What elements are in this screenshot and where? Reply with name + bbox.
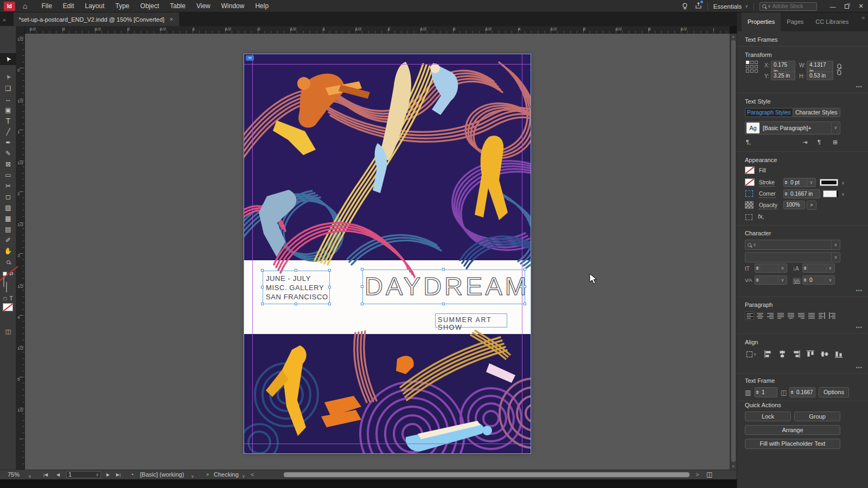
chevron-down-icon[interactable]: ∨ xyxy=(778,264,787,272)
font-size-stepper[interactable]: ∨ xyxy=(755,264,787,273)
double-chevron-icon[interactable]: » xyxy=(861,15,865,21)
align-objects-left-button[interactable] xyxy=(763,350,773,358)
note-tool[interactable]: ▤ xyxy=(0,224,16,235)
info-text-frame[interactable]: JUNE - JULY MISC. GALLERY SAN FRANCISCO xyxy=(263,271,330,304)
stepper-arrows[interactable] xyxy=(784,178,789,187)
home-icon[interactable]: ⌂ xyxy=(23,2,27,10)
fx-icon[interactable]: fx, xyxy=(758,213,764,220)
corner-size-stepper[interactable]: 0.1667 in xyxy=(783,189,820,198)
selection-handle[interactable] xyxy=(524,268,526,271)
align-to-dropdown[interactable]: ∨ xyxy=(745,350,758,358)
paragraph-mark-icon[interactable]: ¶, xyxy=(746,139,751,145)
menu-view[interactable]: View xyxy=(191,0,216,12)
vertical-scroll-thumb[interactable] xyxy=(731,40,736,462)
align-objects-right-button[interactable] xyxy=(792,350,801,358)
stroke-label[interactable]: Stroke xyxy=(759,179,775,187)
page-tool[interactable]: ❑ xyxy=(0,83,16,94)
stepper-arrows[interactable] xyxy=(803,264,808,272)
next-page-button[interactable]: ▶ xyxy=(106,471,110,478)
arrange-button[interactable]: Arrange xyxy=(745,425,840,435)
opacity-value-field[interactable]: 100% xyxy=(783,201,805,209)
pen-tool[interactable]: ✒ xyxy=(0,137,16,148)
double-chevron-icon[interactable]: » xyxy=(3,17,6,23)
apply-none-button[interactable] xyxy=(3,303,13,311)
view-options-button[interactable] xyxy=(0,315,16,326)
zoom-tool[interactable] xyxy=(0,256,16,267)
stepper-arrows[interactable] xyxy=(755,264,760,272)
selection-handle[interactable] xyxy=(261,303,264,305)
menu-object[interactable]: Object xyxy=(135,0,165,12)
content-collector-tool[interactable]: ▣ xyxy=(0,105,16,115)
postcard-page[interactable]: ∞ JUNE - JULY MISC. GALLERY SAN FRANCISC… xyxy=(244,54,531,453)
lock-button[interactable]: Lock xyxy=(745,412,791,421)
justify-right-button[interactable] xyxy=(796,311,806,320)
line-tool[interactable]: ╱ xyxy=(0,126,16,137)
stepper-arrows[interactable] xyxy=(784,190,789,198)
constrain-proportions-icon[interactable] xyxy=(836,63,843,75)
columns-stepper[interactable]: 1 xyxy=(755,387,777,397)
vertical-ruler[interactable]: 1/2 0 1/2 1 1/2 2 1/2 3 1/2 4 1/2 5 1/2 xyxy=(16,34,25,470)
align-objects-hcenter-button[interactable] xyxy=(777,350,787,358)
chevron-down-icon[interactable]: ∨ xyxy=(745,4,748,9)
selection-handle[interactable] xyxy=(361,268,363,271)
text-out-port[interactable] xyxy=(520,285,522,288)
selection-handle[interactable] xyxy=(261,286,264,288)
tab-pages[interactable]: Pages xyxy=(781,12,809,31)
gradient-feather-tool[interactable]: ▩ xyxy=(0,213,16,224)
last-page-button[interactable]: ▶| xyxy=(116,471,120,478)
scroll-right-icon[interactable]: > xyxy=(695,471,699,478)
stroke-color-swatch[interactable] xyxy=(745,178,755,186)
reference-point-grid[interactable] xyxy=(746,61,758,73)
selection-handle[interactable] xyxy=(328,303,331,305)
pencil-tool[interactable]: ✎ xyxy=(0,148,16,159)
corner-label[interactable]: Corner xyxy=(759,191,776,198)
align-left-button[interactable] xyxy=(745,311,754,320)
stock-search[interactable]: ∨ xyxy=(760,2,817,11)
fill-swatch[interactable] xyxy=(3,277,4,287)
rectangle-tool[interactable]: ▭ xyxy=(0,170,16,181)
chevron-down-icon[interactable]: ∨ xyxy=(841,181,845,185)
stepper-arrows[interactable] xyxy=(803,276,808,284)
menu-window[interactable]: Window xyxy=(216,0,250,12)
margin-guide-left[interactable] xyxy=(252,54,253,453)
link-badge-icon[interactable]: ∞ xyxy=(246,55,254,61)
selection-handle[interactable] xyxy=(524,285,526,288)
document-canvas[interactable]: ∞ JUNE - JULY MISC. GALLERY SAN FRANCISC… xyxy=(25,34,730,470)
title-text-frame[interactable]: DAYDREAM xyxy=(362,269,525,304)
scissors-tool[interactable]: ✂ xyxy=(0,181,16,191)
scroll-down-icon[interactable]: ∨ xyxy=(732,464,735,468)
menu-table[interactable]: Table xyxy=(164,0,191,12)
character-styles-tab[interactable]: Character Styles xyxy=(793,108,840,117)
justify-left-button[interactable] xyxy=(776,311,785,320)
free-transform-tool[interactable]: ◻ xyxy=(0,191,16,202)
font-style-dropdown[interactable]: ∨ xyxy=(745,252,840,262)
default-fill-stroke-icon[interactable] xyxy=(3,272,7,276)
ruler-corner[interactable] xyxy=(16,26,25,34)
scroll-up-icon[interactable]: ∧ xyxy=(732,35,735,39)
font-family-dropdown[interactable]: ∨ ∨ xyxy=(745,240,840,250)
selection-handle[interactable] xyxy=(524,303,526,305)
selection-handle[interactable] xyxy=(328,269,331,272)
character-more-icon[interactable]: ••• xyxy=(856,288,863,293)
indesign-logo-icon[interactable]: Id xyxy=(4,2,15,11)
screen-mode-button[interactable]: ◫ xyxy=(0,326,16,337)
formatting-container-button[interactable]: □ xyxy=(3,296,7,301)
paragraph-styles-tab[interactable]: Paragraph Styles xyxy=(745,108,793,117)
chevron-down-icon[interactable]: ∨ xyxy=(778,276,787,284)
vertical-scrollbar[interactable]: ∧ ∨ xyxy=(730,34,737,470)
align-objects-top-button[interactable] xyxy=(806,350,815,358)
selection-handle[interactable] xyxy=(295,303,297,305)
menu-file[interactable]: File xyxy=(36,0,57,12)
h-field[interactable]: 0.53 in xyxy=(807,72,833,80)
align-objects-vcenter-button[interactable] xyxy=(820,350,829,358)
clear-overrides-icon[interactable]: ¶ xyxy=(818,139,821,145)
menu-layout[interactable]: Layout xyxy=(80,0,110,12)
gradient-swatch-tool[interactable]: ▨ xyxy=(0,202,16,213)
selection-tool[interactable]: ➤ xyxy=(0,53,16,65)
tab-cc-libraries[interactable]: CC Libraries xyxy=(809,12,854,31)
tracking-stepper[interactable]: 0 ∨ xyxy=(802,275,835,285)
redefine-style-icon[interactable]: ⇥ xyxy=(802,139,807,146)
horizontal-scroll-thumb[interactable] xyxy=(284,472,690,477)
selection-handle[interactable] xyxy=(295,269,297,272)
opacity-expand-button[interactable]: > xyxy=(807,201,816,210)
